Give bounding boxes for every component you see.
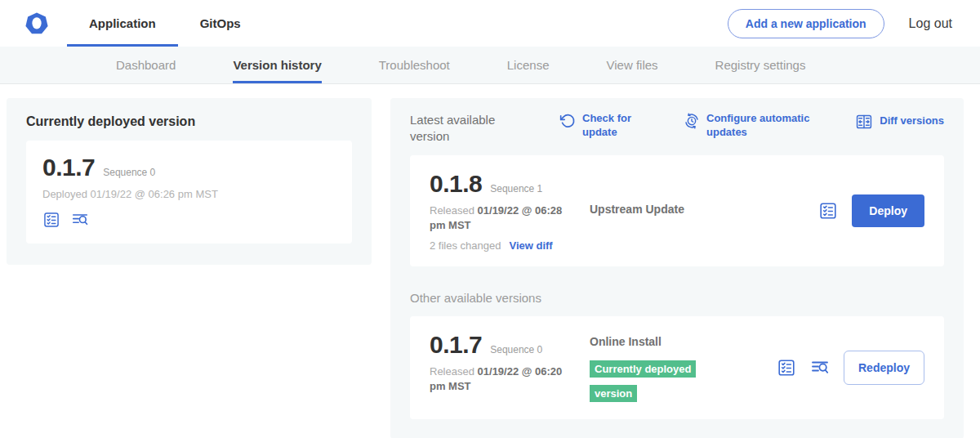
configure-automatic-updates-action[interactable]: Configure automatic updates <box>684 112 827 140</box>
check-for-update-action[interactable]: Check for update <box>559 112 635 140</box>
latest-available-title: Latest available version <box>410 112 514 144</box>
deploy-button[interactable]: Deploy <box>852 194 924 227</box>
subnav-tab-troubleshoot[interactable]: Troubleshoot <box>379 47 450 83</box>
header-right: Add a new application Log out <box>728 0 980 47</box>
configure-automatic-updates-label: Configure automatic updates <box>706 112 827 140</box>
currently-deployed-title: Currently deployed version <box>26 114 352 129</box>
latest-version-number: 0.1.8 <box>430 170 482 197</box>
files-changed-label: 2 files changed <box>430 239 501 252</box>
other-available-versions-title: Other available versions <box>410 291 944 305</box>
released-label: Released <box>430 204 474 217</box>
latest-source-label: Upstream Update <box>590 203 738 216</box>
diff-versions-icon <box>855 113 873 131</box>
other-version-card: 0.1.7 Sequence 0 Released 01/19/22 @ 06:… <box>410 316 944 419</box>
deployed-timestamp: Deployed 01/19/22 @ 06:26 pm MST <box>42 188 336 200</box>
add-new-application-button[interactable]: Add a new application <box>728 9 884 38</box>
view-diff-link[interactable]: View diff <box>509 239 552 252</box>
app-subnav: Dashboard Version history Troubleshoot L… <box>0 47 980 84</box>
other-released-timestamp: Released 01/19/22 @ 06:20 pm MST <box>430 364 575 393</box>
other-version-number: 0.1.7 <box>430 331 482 358</box>
released-label: Released <box>430 365 474 378</box>
redeploy-button[interactable]: Redeploy <box>844 351 924 385</box>
config-checklist-icon[interactable] <box>818 201 838 221</box>
deployed-sequence-label: Sequence 0 <box>103 167 155 178</box>
subnav-tab-dashboard[interactable]: Dashboard <box>116 47 176 83</box>
subnav-tab-version-history[interactable]: Version history <box>233 47 321 83</box>
logout-link[interactable]: Log out <box>909 16 952 31</box>
tab-gitops-label: GitOps <box>200 16 241 30</box>
available-versions-panel: Latest available version Check for updat… <box>390 98 964 438</box>
header-tabs: Application GitOps <box>67 0 263 47</box>
config-checklist-icon[interactable] <box>777 358 796 378</box>
deploy-logs-icon[interactable] <box>71 211 89 229</box>
diff-versions-label: Diff versions <box>880 114 944 128</box>
subnav-tab-view-files[interactable]: View files <box>606 47 657 83</box>
subnav-tab-registry-settings[interactable]: Registry settings <box>715 47 806 83</box>
tab-gitops[interactable]: GitOps <box>178 0 263 47</box>
top-header: Application GitOps Add a new application… <box>0 0 980 47</box>
other-source-label: Online Install <box>590 335 738 348</box>
deploy-logs-icon[interactable] <box>810 358 830 378</box>
config-checklist-icon[interactable] <box>42 211 60 229</box>
tab-application[interactable]: Application <box>67 0 178 47</box>
subnav-tab-license[interactable]: License <box>507 47 550 83</box>
latest-released-timestamp: Released 01/19/22 @ 06:28 pm MST <box>430 203 575 232</box>
available-header: Latest available version Check for updat… <box>410 112 944 144</box>
refresh-icon <box>559 113 576 129</box>
currently-deployed-panel: Currently deployed version 0.1.7 Sequenc… <box>7 98 372 265</box>
deployed-version-number: 0.1.7 <box>42 154 95 181</box>
deployed-version-card: 0.1.7 Sequence 0 Deployed 01/19/22 @ 06:… <box>26 141 352 244</box>
currently-deployed-badge: Currently deployed version <box>590 360 696 402</box>
latest-version-card: 0.1.8 Sequence 1 Released 01/19/22 @ 06:… <box>410 155 944 266</box>
app-logo-icon <box>24 11 49 36</box>
check-for-update-label: Check for update <box>582 112 635 140</box>
tab-application-label: Application <box>89 16 156 30</box>
diff-versions-action[interactable]: Diff versions <box>855 112 944 131</box>
other-sequence-label: Sequence 0 <box>490 344 542 355</box>
clock-refresh-icon <box>684 113 700 129</box>
main-content: Currently deployed version 0.1.7 Sequenc… <box>0 84 980 438</box>
latest-sequence-label: Sequence 1 <box>490 183 542 194</box>
